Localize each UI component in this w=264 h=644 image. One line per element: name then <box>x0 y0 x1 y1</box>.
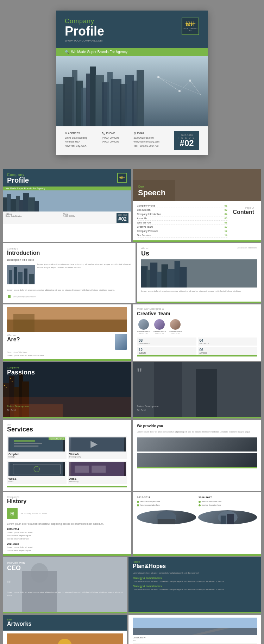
spread-7: Interview With CEO " Lorem ipsum dolor s… <box>3 557 261 613</box>
avatar-1: TEAM MEMBER POSITION <box>137 319 150 335</box>
who-portrait <box>115 334 127 350</box>
history-journey: Our Journey Across 10 Years <box>20 512 47 514</box>
who-desc-title: Description Title Here <box>7 351 127 353</box>
avatar-circle-2 <box>154 319 165 330</box>
services-additional-images <box>137 437 257 467</box>
ceo-label: Interview With <box>7 561 123 564</box>
svg-rect-47 <box>175 261 180 288</box>
hist-2015-label: 2015-2016 <box>137 496 196 499</box>
history-circle-images <box>137 510 257 524</box>
service-web-svg <box>8 462 65 476</box>
svg-rect-51 <box>13 314 34 332</box>
intro-building-img <box>7 265 35 284</box>
avatar-3: TEAM MEMBER POSITION <box>169 319 182 335</box>
team-stats: 08 EMPLOYEES 04 PROJECTS 12 CLIENTS 06 A… <box>137 337 257 355</box>
page-artworks: Best Artworks Coca Cola Tv Ads <box>3 615 127 644</box>
svg-rect-68 <box>14 440 35 442</box>
toc-hero-text: Ceo Speech <box>138 185 165 197</box>
about-city-svg <box>141 259 257 288</box>
cover-logo: 设计 YOUR COMPANY BY <box>182 18 199 35</box>
artworks-label: Best <box>7 618 123 621</box>
intro-desc-text: Lorem ipsum dolor sit amet consectetur a… <box>37 263 131 269</box>
spread-5: Our Services RECOMMENDED Graphic Design <box>3 420 261 491</box>
toc-items: Company Profile01 Ceo Speech02 Company I… <box>137 204 227 238</box>
stat-1: 08 EMPLOYEES <box>137 337 196 346</box>
services-green-bar <box>7 486 127 487</box>
mini-footer: Address Entire State Building Phone (+00… <box>3 211 131 224</box>
service-ads: Ads& Marketing <box>68 461 127 484</box>
hist-2016-item-1: Item one description here <box>199 500 257 503</box>
footer-address: ✉ADDRESS Entire State Building Formula: … <box>65 131 87 148</box>
search-icon: 🔍 <box>65 50 69 54</box>
spread-2: Comnay's Introduction Description Title … <box>3 243 261 303</box>
service-video-name: Video& <box>69 453 126 456</box>
hist-img-1 <box>137 510 196 524</box>
mini-address: Address Entire State Building <box>6 213 21 217</box>
mini-profile: Profile <box>7 177 29 184</box>
svg-rect-78 <box>92 466 106 473</box>
cover-image-area <box>56 56 208 126</box>
strategy-2: Strategy & commitments Lorem ipsum dolor… <box>133 585 257 591</box>
avatar-circle-3 <box>170 319 181 330</box>
history-right-green-bar <box>133 554 261 556</box>
cover-header: Company Profile WWW.YOURCOMPANY.COM 设计 Y… <box>56 11 208 48</box>
hist-2015-item-2: Item two description here <box>137 504 196 506</box>
email-icon: @ <box>134 131 136 135</box>
right-future-dev: Future Development Do Best <box>137 405 159 411</box>
svg-rect-37 <box>18 272 23 284</box>
hist-img-2-svg <box>198 510 257 524</box>
who-title: Are? <box>7 336 20 343</box>
passions-right-content: " <box>133 362 261 385</box>
ceo-quote-text: Lorem ipsum dolor sit amet consectetur a… <box>7 591 123 597</box>
intro-text-col: Lorem ipsum dolor sit amet consectetur a… <box>37 263 131 286</box>
svg-rect-36 <box>14 267 17 284</box>
service-video: Video& Photography <box>68 436 127 459</box>
strategy-1: Strategy & commitments Lorem ipsum dolor… <box>133 577 257 583</box>
stat-num-4: 06 <box>200 348 256 352</box>
hist-dot-2 <box>137 504 139 506</box>
footer-phone: 📞PHONE (+000) 00-000x (+000) 00-000x <box>102 131 119 144</box>
service-graphic-name: Graphic <box>8 453 65 456</box>
issue-box: 2017-2018 I S S U E #02 <box>174 131 199 150</box>
artwork-road-sub: Ads <box>133 639 257 642</box>
who-landscape-image <box>7 307 127 332</box>
mail-icon: ✉ <box>65 131 67 135</box>
toc-item-2: Ceo Speech02 <box>137 208 227 212</box>
intro-content-row: Lorem ipsum dolor sit amet consectetur a… <box>7 263 131 286</box>
cover-tagline: We Made Super Brands For Agency <box>71 50 127 54</box>
toc-body: Company Profile01 Ceo Speech02 Company I… <box>133 201 261 240</box>
stat-3: 12 CLIENTS <box>137 347 196 355</box>
page-passions-right: " Future Development Do Best <box>133 362 261 418</box>
do-best-label: Do Best <box>7 409 29 411</box>
svg-rect-28 <box>19 200 24 211</box>
svg-rect-35 <box>9 270 12 284</box>
about-header: About Us Description Title Here <box>137 243 261 259</box>
stat-label-3: CLIENTS <box>139 352 146 354</box>
history-intro-text: Lorem ipsum dolor sit amet consectetur a… <box>7 522 127 526</box>
svg-rect-39 <box>29 274 34 284</box>
who-label: Who We <box>7 334 20 336</box>
service-web: Web& Icons <box>7 461 67 484</box>
about-green-bar <box>137 302 261 303</box>
intro-extra-text: Lorem ipsum dolor sit amet consectetur a… <box>7 289 131 292</box>
hist-text-4: Item two description here <box>202 504 221 506</box>
svg-rect-31 <box>34 201 39 211</box>
hist-2016-label: 2016-2017 <box>199 496 257 499</box>
ceo-content: Interview With CEO " Lorem ipsum dolor s… <box>3 557 127 601</box>
service-img-1 <box>137 437 257 452</box>
cover-profile: Profile <box>65 25 104 38</box>
artworks-header: Best Artworks <box>3 615 127 631</box>
cityscape-svg <box>56 56 208 126</box>
page-about: About Us Description Title Here <box>137 243 261 303</box>
svg-rect-60 <box>4 385 5 386</box>
hist-dot-4 <box>199 504 201 506</box>
spread-1: Company Profile 设计 We Made Super Brands … <box>3 169 261 242</box>
avatar-circle-1 <box>138 319 149 330</box>
svg-rect-82 <box>220 516 226 524</box>
about-city-image <box>141 259 257 288</box>
service-ads-img <box>69 462 126 476</box>
mini-tagline-bar: We Made Super Brands For Agency <box>3 187 131 190</box>
cover-tagline-bar: 🔍 We Made Super Brands For Agency <box>56 48 208 56</box>
svg-point-20 <box>178 90 181 92</box>
svg-rect-30 <box>28 197 35 211</box>
